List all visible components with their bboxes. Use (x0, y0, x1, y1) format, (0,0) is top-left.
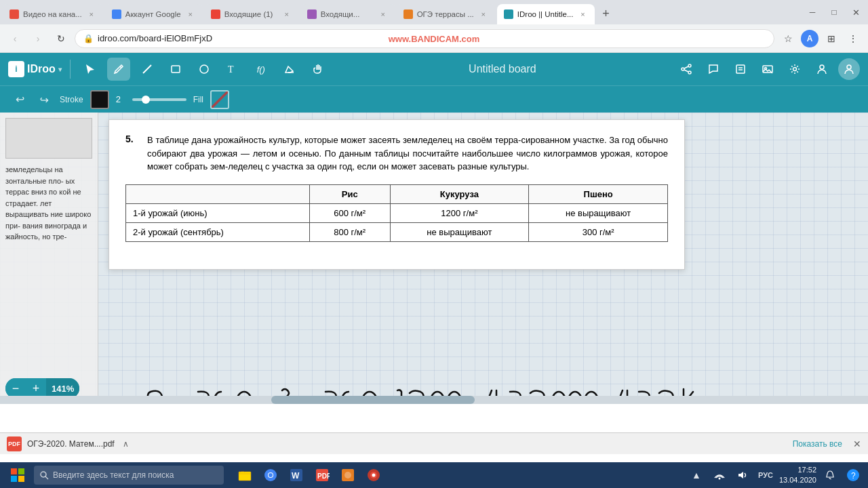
taskbar-app-word[interactable]: W (285, 464, 308, 487)
logo-icon: i (8, 61, 24, 77)
toolbar-separator-1 (70, 60, 71, 79)
taskbar-app-acrobat[interactable]: PDF (311, 464, 334, 487)
taskbar-help[interactable]: ? (844, 466, 863, 485)
undo-button[interactable]: ↩ (11, 91, 28, 108)
restore-button[interactable]: □ (825, 3, 844, 22)
taskbar-show-desktop[interactable]: ▲ (687, 466, 706, 485)
problem-header: 5. В таблице дана урожайность культур, к… (125, 134, 668, 174)
user-avatar: А (801, 30, 818, 47)
tab-favicon-youtube (9, 9, 19, 19)
redo-button[interactable]: ↩ (35, 91, 53, 108)
pdf-filename: ОГЭ-2020. Матем....pdf (27, 439, 115, 449)
tab-close-google[interactable]: × (185, 9, 196, 20)
settings-button[interactable]: ⋮ (844, 29, 863, 48)
pdf-close-button[interactable]: ✕ (853, 439, 861, 449)
svg-point-16 (847, 65, 851, 69)
new-tab-button[interactable]: + (596, 4, 615, 23)
scroll-thumb[interactable] (271, 396, 475, 404)
eraser-tool[interactable] (278, 58, 301, 81)
canvas-area[interactable]: земледельцы на зонтальные пло- ых террас… (0, 113, 868, 404)
pdf-icon: PDF (7, 436, 22, 451)
reload-button[interactable]: ↻ (52, 29, 71, 48)
logo[interactable]: i IDroo ▾ (8, 61, 62, 77)
tab-close-gmail1[interactable]: × (281, 9, 292, 20)
taskbar-right: ▲ РУС 17:52 13.04.2020 ? (687, 465, 863, 486)
network-icon (714, 470, 725, 481)
image-button[interactable] (757, 58, 778, 80)
profile-button[interactable]: А (800, 29, 819, 48)
taskbar-search-text: Введите здесь текст для поиска (53, 470, 174, 480)
left-panel-text: земледельцы на зонтальные пло- ых террас… (5, 164, 92, 243)
tab-favicon-gmail2 (307, 9, 317, 19)
user-account-button[interactable] (838, 58, 860, 80)
svg-point-15 (820, 65, 824, 69)
stroke-size-slider[interactable] (132, 98, 186, 101)
tab-close-oge[interactable]: × (478, 9, 489, 20)
table-header-corn: Кукуруза (390, 184, 529, 203)
board-title[interactable]: Untitled board (335, 63, 670, 75)
taskbar-app-record[interactable] (362, 464, 385, 487)
share-button[interactable] (675, 58, 697, 80)
forward-button[interactable]: › (28, 29, 47, 48)
circle-tool[interactable] (193, 58, 216, 81)
tab-oge[interactable]: ОГЭ террасы ... × (397, 4, 496, 24)
taskbar-app-explorer[interactable] (233, 464, 256, 487)
tab-title-gmail1: Входящие (1) (224, 10, 277, 18)
tab-gmail1[interactable]: Входящие (1) × (204, 4, 299, 24)
row2-label: 2-й урожай (сентябрь) (126, 222, 310, 241)
hand-tool[interactable] (307, 58, 330, 81)
close-browser-button[interactable]: ✕ (846, 3, 865, 22)
start-button[interactable] (5, 463, 30, 487)
table-row-2: 2-й урожай (сентябрь) 800 г/м² не выращи… (126, 222, 668, 241)
taskbar-apps: W PDF (233, 464, 385, 487)
stroke-color-picker[interactable] (90, 90, 109, 109)
table-header-rice: Рис (309, 184, 390, 203)
tab-google[interactable]: Аккаунт Google × (105, 4, 203, 24)
users-button[interactable] (811, 58, 833, 80)
row1-label: 1-й урожай (июнь) (126, 203, 310, 222)
tab-gmail2[interactable]: Входящи... × (300, 4, 395, 24)
taskbar-app-misc[interactable] (336, 464, 359, 487)
text-tool[interactable]: T (221, 58, 244, 81)
bookmark-button[interactable]: ☆ (778, 29, 797, 48)
cursor-tool[interactable] (79, 58, 102, 81)
pen-tool[interactable] (107, 58, 130, 81)
taskbar-network-icon[interactable] (710, 466, 729, 485)
clock-display: 17:52 13.04.2020 (779, 465, 816, 486)
tab-close-idroo[interactable]: × (577, 9, 588, 20)
extensions-button[interactable]: ⊞ (822, 29, 841, 48)
logo-text: IDroo (27, 63, 56, 75)
taskbar-lang[interactable]: РУС (756, 466, 775, 485)
address-bar[interactable]: 🔒 idroo.com/board-iElOBmFjxD (75, 29, 774, 48)
settings-app-button[interactable] (784, 58, 806, 80)
svg-rect-1 (172, 66, 180, 73)
line-tool[interactable] (136, 58, 159, 81)
volume-icon (737, 470, 748, 481)
pdf-expand-button[interactable]: ∧ (120, 438, 132, 450)
chat-button[interactable] (703, 58, 724, 80)
formula-tool[interactable]: f() (250, 58, 273, 81)
svg-text:PDF: PDF (317, 472, 330, 480)
tab-close-youtube[interactable]: × (86, 9, 97, 20)
back-button[interactable]: ‹ (5, 29, 24, 48)
misc-app-icon (340, 468, 355, 483)
svg-rect-39 (18, 468, 24, 474)
minimize-button[interactable]: ─ (803, 3, 822, 22)
table-header-millet: Пшено (529, 184, 668, 203)
data-table: Рис Кукуруза Пшено 1-й урожай (июнь) 600… (125, 184, 668, 242)
tab-youtube[interactable]: Видео на кана... × (3, 4, 104, 24)
fill-color-picker[interactable] (210, 90, 229, 109)
pdf-show-all-button[interactable]: Показать все (793, 439, 842, 449)
notification-button[interactable] (821, 466, 840, 485)
taskbar-search[interactable]: Введите здесь текст для поиска (34, 466, 224, 485)
svg-point-57 (718, 478, 720, 480)
files-button[interactable] (730, 58, 751, 80)
taskbar-volume-icon[interactable] (733, 466, 752, 485)
svg-line-0 (143, 65, 151, 73)
tab-idroo[interactable]: IDroo || Untitle... × (497, 4, 595, 24)
rectangle-tool[interactable] (164, 58, 187, 81)
tab-close-gmail2[interactable]: × (378, 9, 389, 20)
taskbar-app-chrome[interactable] (259, 464, 282, 487)
tab-title-idroo: IDroo || Untitle... (517, 10, 574, 18)
horizontal-scrollbar[interactable] (0, 396, 868, 404)
